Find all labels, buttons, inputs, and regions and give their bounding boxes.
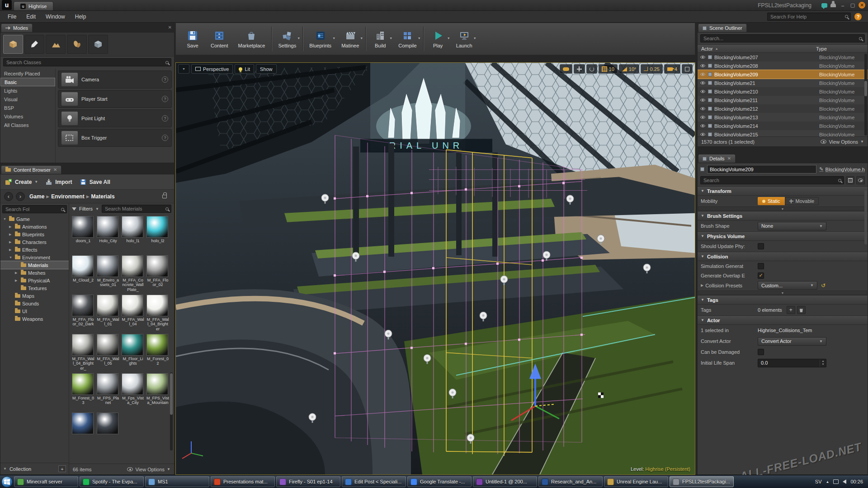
outliner-row[interactable]: BlockingVolume214 BlockingVolume	[698, 122, 868, 130]
taskbar-item[interactable]: FPSLL2testPackagi...	[670, 476, 734, 487]
menu-item[interactable]: Help	[70, 12, 91, 22]
asset-tile[interactable]: M_FFA_Concrete_WallPlate_	[122, 255, 144, 292]
eye-icon[interactable]	[700, 55, 706, 59]
tab-content-browser[interactable]: Content Browser ✕	[1, 165, 61, 174]
eye-icon[interactable]	[700, 115, 706, 119]
brush-shape-dropdown[interactable]: None▼	[758, 222, 826, 230]
back-button[interactable]: ‹	[4, 192, 13, 201]
menu-item[interactable]: Window	[41, 12, 70, 22]
maximize-viewport-button[interactable]	[682, 64, 693, 74]
asset-tile[interactable]: doors_1	[72, 216, 94, 253]
gamepad-toggle-button[interactable]	[560, 64, 572, 74]
property-matrix-button[interactable]	[846, 176, 854, 184]
collections-bar[interactable]: ▼ Collection +	[0, 463, 69, 474]
breadcrumb-item[interactable]: Environment▶	[51, 193, 89, 200]
settings-button[interactable]: Settings ▼	[273, 23, 301, 55]
save-all-button[interactable]: Save All	[80, 178, 110, 186]
collision-expander[interactable]: ▼	[698, 291, 867, 295]
asset-tile[interactable]: M_FFA_Floor_02_Dark	[72, 295, 94, 332]
placeable-camera[interactable]: Camera ?	[58, 70, 172, 89]
content-button[interactable]: Content	[206, 23, 233, 55]
convert-actor-dropdown[interactable]: Convert Actor▼	[758, 337, 826, 346]
eye-icon[interactable]	[700, 98, 706, 102]
compile-button[interactable]: Compile ▼	[393, 23, 421, 55]
camera-speed-button[interactable]: 4	[664, 64, 680, 74]
outliner-scrollbar[interactable]	[864, 54, 867, 136]
outliner-search-input[interactable]	[700, 34, 865, 42]
help-search-input[interactable]	[767, 13, 851, 21]
should-update-checkbox[interactable]	[758, 243, 764, 249]
spinner-arrows[interactable]: ▲▼	[820, 359, 826, 367]
eye-icon[interactable]	[700, 132, 706, 136]
eye-icon[interactable]	[700, 81, 706, 85]
asset-tile[interactable]: M_FPS_Vista_Mountain	[146, 373, 169, 410]
expander-icon[interactable]: ▶	[9, 225, 13, 229]
section-physics-volume[interactable]: ▼Physics Volume	[698, 231, 868, 241]
folder-tree-item[interactable]: Weapons	[0, 315, 69, 323]
outliner-row[interactable]: BlockingVolume208 BlockingVolume	[698, 61, 868, 70]
eye-icon[interactable]	[700, 64, 706, 68]
outliner-row[interactable]: BlockingVolume207 BlockingVolume	[698, 53, 868, 61]
expander-icon[interactable]: ▶	[9, 233, 13, 236]
delete-tags-button[interactable]	[797, 306, 806, 314]
modes-category[interactable]: Recently Placed	[0, 69, 55, 78]
outliner-row[interactable]: BlockingVolume21 BlockingVolume	[698, 79, 868, 87]
play-button[interactable]: Play ▼	[425, 23, 451, 55]
landscape-mode-button[interactable]	[46, 35, 66, 54]
assets-search-input[interactable]	[102, 205, 171, 213]
modes-category[interactable]: Visual	[0, 95, 55, 103]
matinee-button[interactable]: Matinee ▼	[336, 23, 364, 55]
placeable-point-light[interactable]: Point Light ?	[58, 109, 172, 127]
close-tab-icon[interactable]: ✕	[727, 156, 731, 161]
lock-icon[interactable]	[162, 195, 167, 198]
initial-life-span-input[interactable]	[761, 360, 820, 366]
asset-tile[interactable]: M_FPS_Planet	[97, 373, 119, 410]
save-button[interactable]: Save	[179, 23, 206, 55]
folder-tree-item[interactable]: ▶ Blueprints	[0, 230, 69, 238]
breadcrumb-item[interactable]: Materials▶	[91, 193, 115, 200]
tab-modes[interactable]: Modes	[1, 23, 33, 32]
actor-class-link[interactable]: ✎ BlockingVolume.h	[819, 166, 865, 172]
folder-tree-item[interactable]: ▼ Environment	[0, 253, 69, 261]
foliage-mode-button[interactable]	[67, 35, 87, 54]
asset-tile[interactable]: M_FFA_Wall_04_Brighter	[146, 295, 169, 332]
minimize-button[interactable]: –	[838, 1, 848, 9]
asset-tile[interactable]: holo_l2	[146, 216, 169, 253]
expander-icon[interactable]: ▼	[9, 256, 13, 259]
asset-tile[interactable]: M_Forest_03	[72, 373, 94, 410]
eye-icon[interactable]	[700, 107, 706, 111]
folder-tree-item[interactable]: ▶ Effects	[0, 246, 69, 253]
viewport-3d[interactable]: RIAL UNR	[175, 62, 695, 475]
asset-tile[interactable]	[97, 413, 119, 450]
simulation-generates-checkbox[interactable]	[758, 263, 764, 269]
taskbar-item[interactable]: Presentations mat...	[211, 476, 275, 487]
place-mode-button[interactable]	[3, 35, 23, 54]
close-button[interactable]: ✕	[859, 2, 865, 9]
expander-icon[interactable]: ▶	[15, 271, 19, 275]
placeable-player-start[interactable]: Player Start ?	[58, 90, 172, 108]
taskbar-item[interactable]: Firefly - S01 ep1-14	[276, 476, 340, 487]
display-filter-button[interactable]	[856, 176, 865, 184]
view-mode-button[interactable]: Lit	[235, 64, 254, 74]
section-brush-settings[interactable]: ▼Brush Settings	[698, 211, 868, 221]
taskbar-item[interactable]: Unreal Engine Lau...	[604, 476, 668, 487]
folder-tree-item[interactable]: ▶ Meshes	[0, 269, 69, 277]
outliner-row[interactable]: BlockingVolume209 BlockingVolume	[698, 70, 868, 79]
scale-snap-button[interactable]: 0.25	[641, 64, 662, 74]
community-icon[interactable]	[829, 2, 838, 9]
expander-icon[interactable]: ▶	[701, 283, 703, 287]
section-transform[interactable]: ▼Transform	[698, 186, 868, 196]
taskbar-item[interactable]: Research_and_An...	[538, 476, 603, 487]
column-actor[interactable]: Actor	[701, 46, 713, 52]
add-collection-button[interactable]: +	[58, 465, 66, 472]
breadcrumb-item[interactable]: Game▶	[29, 193, 49, 200]
display-icon[interactable]	[833, 479, 839, 484]
import-button[interactable]: Import	[45, 178, 72, 186]
eye-icon[interactable]	[700, 89, 706, 94]
taskbar-item[interactable]: Edit Post < Speciali...	[342, 476, 406, 487]
folder-tree-item[interactable]: ▼ Game	[0, 215, 69, 223]
menu-item[interactable]: Edit	[21, 12, 41, 22]
reset-to-default-icon[interactable]: ↺	[821, 282, 826, 289]
filters-button[interactable]: Filters	[79, 206, 93, 211]
asset-tile[interactable]: M_Fps_Vista_City	[122, 373, 144, 410]
